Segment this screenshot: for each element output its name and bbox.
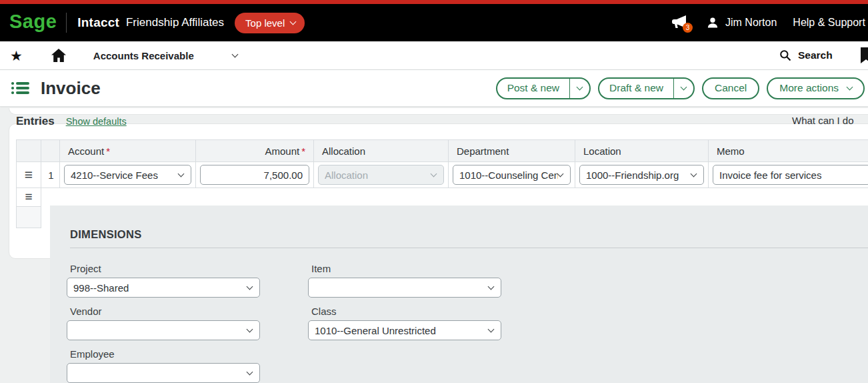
allocation-column-header: Allocation bbox=[314, 139, 449, 162]
class-label: Class bbox=[311, 306, 501, 317]
page-title: Invoice bbox=[41, 78, 101, 99]
show-defaults-link[interactable]: Show defaults bbox=[66, 116, 127, 127]
chevron-down-icon bbox=[247, 368, 253, 375]
location-select[interactable]: 1000--Friendship.org bbox=[579, 165, 704, 185]
allocation-cell: Allocation bbox=[314, 162, 449, 188]
chevron-down-icon bbox=[247, 283, 253, 290]
divider bbox=[66, 13, 67, 33]
required-marker: * bbox=[301, 145, 305, 157]
user-icon bbox=[706, 16, 719, 29]
account-cell: 4210--Service Fees bbox=[60, 162, 196, 188]
divider bbox=[70, 248, 868, 248]
project-select[interactable]: 998--Shared bbox=[67, 278, 260, 298]
department-column-header: Department bbox=[449, 139, 575, 162]
account-select[interactable]: 4210--Service Fees bbox=[64, 165, 191, 185]
user-name: Jim Norton bbox=[725, 17, 777, 29]
chevron-down-icon bbox=[691, 170, 697, 177]
empty-drag-cell bbox=[16, 207, 41, 228]
chevron-down-icon bbox=[577, 83, 583, 90]
nav-bar: ★ Accounts Receivable Search bbox=[0, 41, 868, 70]
class-select[interactable]: 1010--General Unrestricted bbox=[308, 320, 501, 340]
draft-and-new-dropdown[interactable] bbox=[673, 79, 693, 98]
top-bar: Sage Intacct Friendship Affiliates Top l… bbox=[0, 4, 868, 41]
drag-handle-icon[interactable]: ≡ bbox=[21, 165, 37, 185]
employee-select[interactable] bbox=[67, 363, 260, 383]
employee-field: Employee bbox=[67, 348, 260, 383]
row-drag-cell: ≡ bbox=[16, 188, 41, 207]
chevron-down-icon bbox=[178, 170, 185, 177]
chevron-down-icon bbox=[557, 170, 564, 177]
allocation-placeholder: Allocation bbox=[325, 169, 368, 181]
department-select[interactable]: 1010--Counseling Cen bbox=[453, 165, 571, 185]
user-menu[interactable]: Jim Norton bbox=[706, 16, 777, 29]
vendor-select[interactable] bbox=[67, 320, 260, 340]
vendor-field: Vendor bbox=[67, 306, 260, 340]
card-above-sliver bbox=[9, 108, 868, 115]
amount-cell bbox=[196, 162, 314, 188]
memo-input[interactable] bbox=[713, 165, 868, 185]
cancel-button[interactable]: Cancel bbox=[702, 77, 759, 99]
sage-logo[interactable]: Sage bbox=[9, 12, 57, 34]
bookmark-icon[interactable] bbox=[861, 47, 868, 63]
chevron-down-icon bbox=[290, 18, 297, 25]
product-name: Intacct bbox=[77, 15, 119, 30]
amount-input[interactable] bbox=[200, 165, 309, 185]
row-number-cell: 1 bbox=[41, 162, 60, 188]
home-icon[interactable] bbox=[51, 48, 67, 63]
company-name: Friendship Affiliates bbox=[126, 16, 224, 29]
memo-column-header: Memo bbox=[709, 139, 868, 162]
notifications-button[interactable]: 3 bbox=[670, 14, 690, 31]
project-label: Project bbox=[70, 263, 260, 274]
post-and-new-label: Post & new bbox=[497, 82, 569, 94]
entity-selector-button[interactable]: Top level bbox=[235, 13, 305, 33]
vendor-label: Vendor bbox=[70, 306, 260, 317]
entries-table: Account* Amount* Allocation Department L… bbox=[16, 139, 868, 228]
action-buttons: Post & new Draft & new Cancel More actio… bbox=[496, 77, 868, 99]
page-content: Entries Show defaults What can I do DIME… bbox=[0, 106, 868, 383]
search-label: Search bbox=[798, 49, 833, 61]
module-selector[interactable]: Accounts Receivable bbox=[93, 50, 237, 61]
row-number-column-header bbox=[41, 139, 60, 162]
class-field: Class 1010--General Unrestricted bbox=[308, 306, 501, 340]
allocation-select[interactable]: Allocation bbox=[318, 165, 444, 185]
chevron-down-icon bbox=[431, 170, 437, 177]
table-header-row: Account* Amount* Allocation Department L… bbox=[16, 139, 868, 162]
topbar-right-group: 3 Jim Norton Help & Support bbox=[670, 4, 865, 41]
department-value: 1010--Counseling Cen bbox=[459, 169, 558, 181]
more-actions-button[interactable]: More actions bbox=[767, 77, 865, 99]
search-button[interactable]: Search bbox=[779, 49, 833, 62]
favorites-star-icon[interactable]: ★ bbox=[10, 49, 23, 63]
row-drag-cell: ≡ bbox=[16, 162, 41, 188]
location-value: 1000--Friendship.org bbox=[586, 169, 679, 181]
search-icon bbox=[779, 49, 792, 62]
item-label: Item bbox=[311, 263, 501, 274]
amount-column-header: Amount* bbox=[196, 139, 314, 162]
item-field: Item bbox=[308, 263, 501, 298]
project-value: 998--Shared bbox=[73, 282, 129, 294]
chevron-down-icon bbox=[231, 51, 238, 57]
chevron-down-icon bbox=[847, 83, 853, 90]
class-value: 1010--General Unrestricted bbox=[315, 325, 436, 336]
title-bar: Invoice Post & new Draft & new Cancel Mo… bbox=[0, 70, 868, 107]
location-column-header: Location bbox=[575, 139, 709, 162]
project-field: Project 998--Shared bbox=[67, 263, 260, 298]
help-support-link[interactable]: Help & Support bbox=[793, 17, 865, 29]
chevron-down-icon bbox=[488, 326, 495, 332]
item-select[interactable] bbox=[308, 278, 501, 298]
drag-column-header bbox=[16, 139, 41, 162]
list-menu-icon[interactable] bbox=[11, 82, 29, 93]
what-can-i-do-link[interactable]: What can I do bbox=[792, 115, 854, 126]
empty-row bbox=[16, 207, 868, 228]
memo-cell bbox=[709, 162, 868, 188]
more-actions-label: More actions bbox=[779, 82, 839, 94]
draft-and-new-button[interactable]: Draft & new bbox=[598, 77, 695, 99]
post-and-new-dropdown[interactable] bbox=[569, 79, 589, 98]
drag-handle-icon[interactable]: ≡ bbox=[21, 188, 37, 206]
entries-heading: Entries bbox=[16, 115, 55, 128]
post-and-new-button[interactable]: Post & new bbox=[496, 77, 591, 99]
entity-selector-label: Top level bbox=[245, 17, 285, 29]
location-cell: 1000--Friendship.org bbox=[575, 162, 709, 188]
required-marker: * bbox=[106, 145, 110, 157]
notification-count-badge: 3 bbox=[683, 23, 693, 33]
chevron-down-icon bbox=[247, 326, 253, 332]
